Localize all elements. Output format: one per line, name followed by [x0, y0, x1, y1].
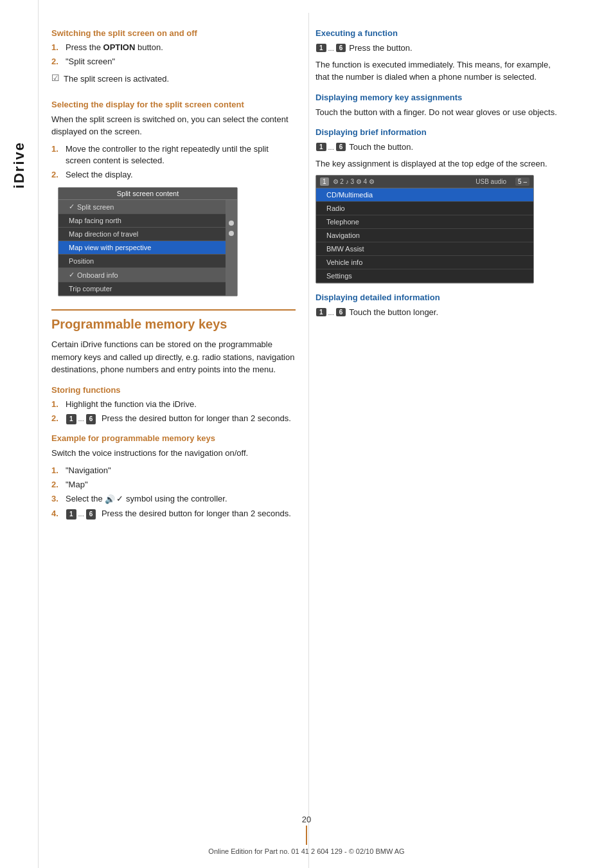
key-sequence: 1 ... 6 [66, 509, 96, 520]
key-badge-1: 1 [66, 414, 76, 424]
key-sequence: 1 ... 6 [66, 414, 96, 424]
split-screen-screenshot: Split screen content ✓ Split screen Map … [58, 187, 238, 296]
key-dots: ... [328, 44, 334, 52]
key-badge-6: 6 [336, 44, 346, 52]
section-example: Example for programmable memory keys Swi… [51, 433, 296, 520]
key-dots: ... [328, 143, 334, 151]
detailed-action: Touch the button longer. [349, 306, 438, 319]
body-brief-info: The key assignment is displayed at the t… [315, 158, 565, 170]
info-item-cd: CD/Multimedia [316, 188, 533, 202]
heading-programmable: Programmable memory keys [51, 309, 296, 332]
body-selecting: When the split screen is switched on, yo… [51, 113, 296, 138]
key-badge-6: 6 [86, 414, 96, 424]
info-item-bmw-assist: BMW Assist [316, 242, 533, 256]
step-text: Select the 🔊✓ symbol using the controlle… [66, 493, 296, 505]
section-detailed-info: Displaying detailed information 1 ... 6 … [315, 293, 565, 319]
step-text: Highlight the function via the iDrive. [66, 399, 296, 410]
step-num: 4. [51, 508, 63, 520]
step-num: 1. [51, 399, 63, 410]
info-header-num1: 1 [320, 177, 329, 186]
key-badge-1: 1 [316, 44, 326, 52]
step-text: "Navigation" [66, 465, 296, 476]
split-item-position: Position [58, 255, 226, 268]
check-item-split: ☑ The split screen is activated. [51, 73, 296, 91]
step-num: 1. [51, 465, 63, 476]
section-storing: Storing functions 1. Highlight the funct… [51, 385, 296, 424]
step-num: 2. [51, 413, 63, 424]
key-sequence: 1 ... 6 [315, 143, 346, 151]
checkmark-icon: ☑ [51, 73, 60, 83]
key-dots: ... [78, 509, 84, 519]
step-num: 2. [51, 479, 63, 491]
split-item-container: ✓ Split screen Map facing north Map dire… [58, 200, 237, 296]
brief-action: Touch the button. [349, 141, 413, 154]
executing-action: Press the button. [349, 42, 412, 55]
heading-switching-split: Switching the split screen on and off [51, 28, 296, 38]
step-2-selecting: 2. Select the display. [51, 169, 296, 181]
page-number: 20 [302, 815, 311, 824]
step-1-storing: 1. Highlight the function via the iDrive… [51, 399, 296, 410]
scroll-dot-2 [229, 231, 234, 236]
sidebar-label: iDrive [11, 141, 28, 188]
sound-icon: 🔊 [105, 494, 115, 505]
brief-key-row: 1 ... 6 Touch the button. [315, 141, 565, 154]
split-title: Split screen content [58, 188, 237, 200]
section-selecting-display: Selecting the display for the split scre… [51, 100, 296, 297]
heading-example: Example for programmable memory keys [51, 433, 296, 443]
body-assignments: Touch the button with a finger. Do not w… [315, 106, 565, 119]
detailed-key-row: 1 ... 6 Touch the button longer. [315, 306, 565, 319]
check-text: The split screen is activated. [64, 73, 169, 86]
split-item-map-perspective: Map view with perspective [58, 241, 226, 255]
right-column: Executing a function 1 ... 6 Press the b… [308, 13, 578, 868]
key-badge-1: 1 [316, 308, 326, 316]
info-panel-screenshot: 1 ⚙ 2 ♪ 3 ⚙ 4 ⚙ USB audio 5 – CD/Multime… [315, 175, 534, 284]
step-num: 2. [51, 169, 63, 181]
key-badge-6: 6 [336, 308, 346, 316]
steps-storing: 1. Highlight the function via the iDrive… [51, 399, 296, 424]
step-1-example: 1. "Navigation" [51, 465, 296, 476]
step-text: Move the controller to the right repeate… [66, 143, 296, 167]
executing-key-row: 1 ... 6 Press the button. [315, 42, 565, 55]
step-2-example: 2. "Map" [51, 479, 296, 491]
info-item-radio: Radio [316, 202, 533, 215]
heading-selecting: Selecting the display for the split scre… [51, 100, 296, 109]
section-assignments: Displaying memory key assignments Touch … [315, 93, 565, 119]
steps-selecting: 1. Move the controller to the right repe… [51, 143, 296, 181]
step-num: 3. [51, 493, 63, 505]
heading-assignments: Displaying memory key assignments [315, 93, 565, 102]
steps-example: 1. "Navigation" 2. "Map" 3. Select the 🔊… [51, 465, 296, 520]
heading-storing: Storing functions [51, 385, 296, 395]
section-brief-info: Displaying brief information 1 ... 6 Tou… [315, 127, 565, 284]
key-sequence: 1 ... 6 [315, 44, 346, 52]
split-items-list: ✓ Split screen Map facing north Map dire… [58, 200, 226, 296]
step-num: 2. [51, 56, 63, 68]
heading-executing: Executing a function [315, 28, 565, 38]
key-badge-6: 6 [336, 143, 346, 151]
info-items-list: CD/Multimedia Radio Telephone Navigation… [316, 188, 533, 283]
key-badge-end: 6 [86, 509, 96, 520]
split-item-map-direction: Map direction of travel [58, 228, 226, 241]
key-dots: ... [328, 309, 334, 316]
info-header-num2: 5 – [515, 177, 529, 186]
key-badge-1: 1 [316, 143, 326, 151]
info-header-icons: ⚙ 2 ♪ 3 ⚙ 4 ⚙ [333, 178, 375, 185]
section-programmable: Programmable memory keys Certain iDrive … [51, 309, 296, 376]
scroll-dot-1 [229, 221, 234, 226]
main-content: Switching the split screen on and off 1.… [39, 0, 613, 868]
step-4-example: 4. 1 ... 6 Press the desired button for … [51, 508, 296, 520]
step-text: "Split screen" [66, 56, 296, 68]
step-2: 2. "Split screen" [51, 56, 296, 68]
body-programmable: Certain iDrive functions can be stored o… [51, 338, 296, 376]
step-num: 1. [51, 143, 63, 155]
key-sequence: 1 ... 6 [315, 308, 346, 316]
split-item-onboard: ✓ Onboard info [58, 268, 226, 282]
info-item-telephone: Telephone [316, 215, 533, 229]
info-header-usb: USB audio [475, 178, 506, 185]
step-2-storing: 2. 1 ... 6 Press the desired button for … [51, 413, 296, 424]
page-footer: 20 Online Edition for Part no. 01 41 2 6… [0, 815, 613, 855]
step-1: 1. Press the OPTION button. [51, 42, 296, 53]
section-switching-split: Switching the split screen on and off 1.… [51, 28, 296, 91]
body-executing: The function is executed immediately. Th… [315, 59, 565, 84]
step-3-example: 3. Select the 🔊✓ symbol using the contro… [51, 493, 296, 505]
scroll-indicator [226, 200, 237, 296]
